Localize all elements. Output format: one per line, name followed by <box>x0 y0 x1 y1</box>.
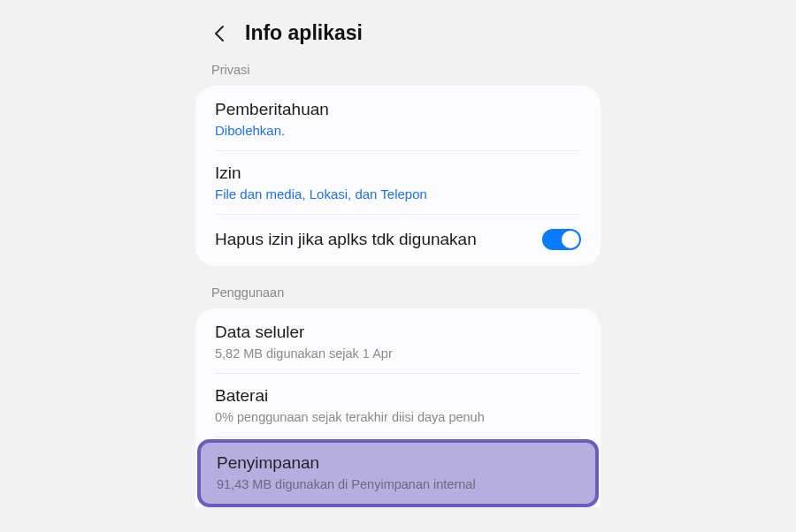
battery-row[interactable]: Baterai 0% penggunaan sejak terakhir dii… <box>195 374 601 437</box>
app-info-panel: Info aplikasi Privasi Pemberitahuan Dibo… <box>192 0 604 532</box>
section-label-usage: Penggunaan <box>192 280 604 305</box>
battery-sub: 0% penggunaan sejak terakhir diisi daya … <box>215 410 581 424</box>
permissions-sub: File dan media, Lokasi, dan Telepon <box>215 186 581 201</box>
storage-title: Penyimpanan <box>217 453 579 473</box>
mobile-data-sub: 5,82 MB digunakan sejak 1 Apr <box>215 346 581 361</box>
notifications-sub: Dibolehkan. <box>215 123 581 138</box>
notifications-row[interactable]: Pemberitahuan Dibolehkan. <box>195 87 601 150</box>
battery-title: Baterai <box>215 386 581 406</box>
mobile-data-row[interactable]: Data seluler 5,82 MB digunakan sejak 1 A… <box>195 310 601 373</box>
privacy-card: Pemberitahuan Dibolehkan. Izin File dan … <box>195 86 601 266</box>
permissions-row[interactable]: Izin File dan media, Lokasi, dan Telepon <box>195 151 601 214</box>
mobile-data-title: Data seluler <box>215 323 581 342</box>
page-title: Info aplikasi <box>245 21 363 45</box>
usage-card: Data seluler 5,82 MB digunakan sejak 1 A… <box>195 308 601 507</box>
permissions-title: Izin <box>215 163 581 183</box>
remove-permissions-label: Hapus izin jika aplks tdk digunakan <box>215 230 477 249</box>
section-label-privacy: Privasi <box>192 57 604 82</box>
storage-sub: 91,43 MB digunakan di Penyimpanan intern… <box>217 477 579 491</box>
remove-permissions-toggle[interactable] <box>542 229 581 250</box>
notifications-title: Pemberitahuan <box>215 100 581 119</box>
header: Info aplikasi <box>192 18 604 57</box>
back-icon[interactable] <box>210 23 231 44</box>
divider <box>215 437 581 437</box>
remove-permissions-row[interactable]: Hapus izin jika aplks tdk digunakan <box>195 215 601 264</box>
storage-row-highlighted[interactable]: Penyimpanan 91,43 MB digunakan di Penyim… <box>197 439 599 507</box>
